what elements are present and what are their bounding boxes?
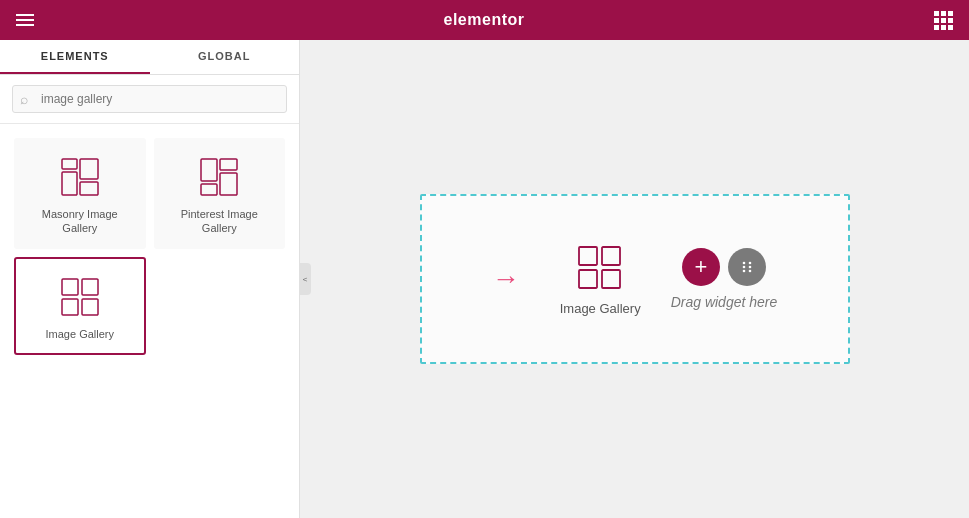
main-layout: ELEMENTS GLOBAL Masonry [0, 40, 969, 518]
drag-arrow-icon: → [492, 263, 520, 295]
hamburger-icon[interactable] [16, 14, 34, 26]
add-widget-button[interactable]: + [682, 248, 720, 286]
drop-widget-icon [575, 243, 625, 293]
tab-elements[interactable]: ELEMENTS [0, 40, 150, 74]
drag-widget-button[interactable] [728, 248, 766, 286]
pinterest-gallery-label: Pinterest Image Gallery [163, 207, 277, 236]
canvas-area: → Image Gallery + [300, 40, 969, 518]
tab-global[interactable]: GLOBAL [150, 40, 300, 74]
svg-point-20 [743, 270, 746, 273]
svg-rect-1 [62, 172, 77, 195]
svg-rect-7 [220, 173, 237, 195]
svg-rect-10 [62, 299, 78, 315]
masonry-gallery-icon [58, 155, 102, 199]
image-gallery-label: Image Gallery [46, 327, 114, 341]
search-input[interactable] [12, 85, 287, 113]
svg-rect-4 [201, 159, 217, 181]
collapse-handle[interactable]: < [299, 263, 311, 295]
app-title: elementor [444, 11, 525, 29]
widget-image-gallery[interactable]: Image Gallery [14, 257, 146, 355]
widget-masonry-image-gallery[interactable]: Masonry Image Gallery [14, 138, 146, 249]
widget-pinterest-image-gallery[interactable]: Pinterest Image Gallery [154, 138, 286, 249]
tabs: ELEMENTS GLOBAL [0, 40, 299, 75]
svg-rect-6 [220, 159, 237, 170]
svg-rect-15 [602, 270, 620, 288]
svg-rect-13 [602, 247, 620, 265]
search-container [0, 75, 299, 124]
svg-rect-9 [82, 279, 98, 295]
svg-point-21 [749, 270, 752, 273]
svg-point-18 [743, 266, 746, 269]
collapse-icon: < [303, 275, 308, 284]
svg-rect-0 [62, 159, 77, 169]
sidebar: ELEMENTS GLOBAL Masonry [0, 40, 300, 518]
svg-point-16 [743, 262, 746, 265]
drop-zone: → Image Gallery + [420, 194, 850, 364]
drop-widget-label: Image Gallery [560, 301, 641, 316]
image-gallery-icon [58, 275, 102, 319]
grid-icon[interactable] [934, 11, 953, 30]
widgets-grid: Masonry Image Gallery Pinterest Image Ga… [0, 124, 299, 518]
action-buttons-row: + [682, 248, 766, 286]
action-area: + Drag widget here [671, 248, 778, 310]
svg-rect-2 [80, 159, 98, 179]
topbar: elementor [0, 0, 969, 40]
pinterest-gallery-icon [197, 155, 241, 199]
svg-rect-12 [579, 247, 597, 265]
drag-here-text: Drag widget here [671, 294, 778, 310]
svg-rect-14 [579, 270, 597, 288]
masonry-gallery-label: Masonry Image Gallery [23, 207, 137, 236]
drop-widget-preview: Image Gallery [560, 243, 641, 316]
svg-rect-11 [82, 299, 98, 315]
svg-point-19 [749, 266, 752, 269]
svg-rect-3 [80, 182, 98, 195]
svg-point-17 [749, 262, 752, 265]
search-wrapper [12, 85, 287, 113]
svg-rect-5 [201, 184, 217, 195]
svg-rect-8 [62, 279, 78, 295]
